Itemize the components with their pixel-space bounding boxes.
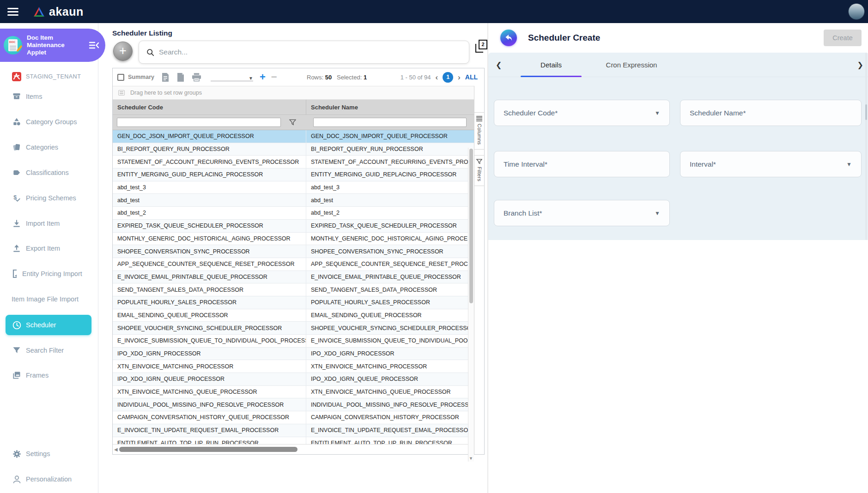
table-row[interactable]: SHOPEE_VOUCHER_SYNCING_SCHEDULER_PROCESS… xyxy=(113,322,474,335)
cell-scheduler-code[interactable]: GEN_DOC_JSON_IMPORT_QUEUE_PROCESSOR xyxy=(113,130,306,143)
cell-scheduler-name[interactable]: STATEMENT_OF_ACCOUNT_RECURRING_EVENTS_PR… xyxy=(306,156,468,168)
sidebar-item-import-item[interactable]: Import Item xyxy=(0,214,95,233)
cell-scheduler-name[interactable]: SEND_TANGENT_SALES_DATA_PROCESSOR xyxy=(306,283,468,296)
sidebar-item-staging-tenant[interactable]: STAGING_TENANT xyxy=(0,67,95,86)
table-row[interactable]: XTN_EINVOICE_MATCHING_QUEUE_PROCESSOR XT… xyxy=(113,386,474,399)
tabs-scroll-right-icon[interactable]: ❯ xyxy=(857,60,863,69)
applet-header[interactable]: DOC Doc Item Maintenance Applet xyxy=(0,29,105,62)
cell-scheduler-code[interactable]: ENTITLEMENT_AUTO_TOP_UP_RUN_PROCESSOR xyxy=(113,437,306,445)
cell-scheduler-name[interactable]: EMAIL_SENDING_QUEUE_PROCESSOR xyxy=(306,309,468,322)
dropdown-arrow-icon[interactable]: ▼ xyxy=(655,210,660,216)
cell-scheduler-name[interactable]: APP_SEQUENCE_COUNTER_SEQUENCE_RESET_PROC… xyxy=(306,258,468,271)
table-row[interactable]: EMAIL_SENDING_QUEUE_PROCESSOR EMAIL_SEND… xyxy=(113,309,474,322)
cell-scheduler-code[interactable]: XTN_EINVOICE_MATCHING_PROCESSOR xyxy=(113,360,306,373)
filter-input-scheduler-code[interactable] xyxy=(117,118,281,127)
cell-scheduler-code[interactable]: ENTITY_MERGING_GUID_REPLACING_PROCESSOR xyxy=(113,168,306,181)
sidebar-item-items[interactable]: Items xyxy=(0,87,95,106)
next-page-icon[interactable]: › xyxy=(458,73,461,81)
cell-scheduler-code[interactable]: SHOPEE_CONVERSATION_SYNC_PROCESSOR xyxy=(113,245,306,258)
table-row[interactable]: abd_test_2 abd_test_2 xyxy=(113,207,474,220)
cell-scheduler-name[interactable]: INDIVIDUAL_POOL_MISSING_INFO_RESOLVE_PRO… xyxy=(306,398,468,411)
scroll-down-icon[interactable]: ▼ xyxy=(469,456,473,461)
horizontal-scrollbar[interactable]: ◀ ▶ xyxy=(113,444,474,454)
horizontal-scroll-thumb[interactable] xyxy=(119,447,297,452)
table-row[interactable]: MONTHLY_GENERIC_DOC_HISTORICAL_AGING_PRO… xyxy=(113,233,474,246)
table-row[interactable]: XTN_EINVOICE_MATCHING_PROCESSOR XTN_EINV… xyxy=(113,360,474,373)
cell-scheduler-code[interactable]: EXPIRED_TASK_QUEUE_SCHEDULER_PROCESSOR xyxy=(113,220,306,232)
table-row[interactable]: abd_test abd_test xyxy=(113,194,474,207)
cell-scheduler-name[interactable]: GEN_DOC_JSON_IMPORT_QUEUE_PROCESSOR xyxy=(306,130,468,143)
collapse-menu-icon[interactable] xyxy=(89,41,100,49)
cell-scheduler-name[interactable]: EXPIRED_TASK_QUEUE_SCHEDULER_PROCESSOR xyxy=(306,220,468,232)
cell-scheduler-name[interactable]: E_INVOICE_SUBMISSION_QUEUE_TO_INDIVIDUAL… xyxy=(306,335,468,347)
table-row[interactable]: GEN_DOC_JSON_IMPORT_QUEUE_PROCESSOR GEN_… xyxy=(113,130,474,143)
column-header-scheduler-name[interactable]: Scheduler Name xyxy=(306,104,474,111)
cell-scheduler-code[interactable]: MONTHLY_GENERIC_DOC_HISTORICAL_AGING_PRO… xyxy=(113,233,306,245)
column-header-scheduler-code[interactable]: Scheduler Code xyxy=(113,100,306,114)
vertical-scrollbar[interactable]: ▼ xyxy=(468,148,474,462)
remove-column-icon[interactable]: − xyxy=(271,73,277,81)
sidebar-item-item-image-file-import[interactable]: Item Image File Import xyxy=(0,290,95,308)
search-input[interactable] xyxy=(159,48,461,56)
cell-scheduler-name[interactable]: MONTHLY_GENERIC_DOC_HISTORICAL_AGING_PRO… xyxy=(306,233,468,245)
cell-scheduler-name[interactable]: ENTITLEMENT_AUTO_TOP_UP_RUN_PROCESSOR xyxy=(306,437,468,445)
cell-scheduler-name[interactable]: E_INVOICE_EMAIL_PRINTABLE_QUEUE_PROCESSO… xyxy=(306,271,468,283)
cell-scheduler-name[interactable]: IPO_XDO_IGRN_QUEUE_PROCESSOR xyxy=(306,373,468,385)
table-row[interactable]: E_INVOICE_EMAIL_PRINTABLE_QUEUE_PROCESSO… xyxy=(113,271,474,284)
export-file-icon[interactable] xyxy=(161,72,170,82)
cell-scheduler-code[interactable]: abd_test_3 xyxy=(113,181,306,194)
panel-scrollbar[interactable] xyxy=(865,53,867,240)
table-row[interactable]: ENTITY_MERGING_GUID_REPLACING_PROCESSOR … xyxy=(113,168,474,181)
cell-scheduler-name[interactable]: abd_test_2 xyxy=(306,207,468,219)
table-row[interactable]: EXPIRED_TASK_QUEUE_SCHEDULER_PROCESSOR E… xyxy=(113,220,474,233)
menu-icon[interactable] xyxy=(7,6,18,18)
cell-scheduler-code[interactable]: STATEMENT_OF_ACCOUNT_RECURRING_EVENTS_PR… xyxy=(113,156,306,168)
sidebar-item-settings[interactable]: Settings xyxy=(0,445,95,463)
scheduler-code-field[interactable]: Scheduler Code* ▼ xyxy=(494,100,670,126)
cell-scheduler-code[interactable]: CAMPAIGN_CONVERSATION_HISTORY_QUEUE_PROC… xyxy=(113,411,306,424)
tab-columns[interactable]: Columns xyxy=(474,112,485,150)
table-row[interactable]: POPULATE_HOURLY_SALES_PROCESSOR POPULATE… xyxy=(113,296,474,309)
row-group-select[interactable]: ▼ xyxy=(211,73,253,81)
sidebar-item-categories[interactable]: Categories xyxy=(0,138,95,156)
scroll-left-icon[interactable]: ◀ xyxy=(114,447,118,452)
cell-scheduler-name[interactable]: E_INVOICE_TIN_UPDATE_REQUEST_EMAIL_PROCE… xyxy=(306,424,468,437)
cell-scheduler-code[interactable]: SHOPEE_VOUCHER_SYNCING_SCHEDULER_PROCESS… xyxy=(113,322,306,334)
multi-window-icon[interactable]: 2 xyxy=(475,40,487,53)
table-row[interactable]: APP_SEQUENCE_COUNTER_SEQUENCE_RESET_PROC… xyxy=(113,258,474,271)
table-row[interactable]: BI_REPORT_QUERY_RUN_PROCESSOR BI_REPORT_… xyxy=(113,143,474,156)
table-row[interactable]: abd_test_3 abd_test_3 xyxy=(113,181,474,194)
table-row[interactable]: SEND_TANGENT_SALES_DATA_PROCESSOR SEND_T… xyxy=(113,283,474,296)
filter-funnel-icon[interactable] xyxy=(289,119,296,126)
search-bar[interactable] xyxy=(139,41,469,64)
cell-scheduler-code[interactable]: E_INVOICE_SUBMISSION_QUEUE_TO_INDIVIDUAL… xyxy=(113,335,306,347)
table-row[interactable]: E_INVOICE_TIN_UPDATE_REQUEST_EMAIL_PROCE… xyxy=(113,424,474,437)
table-row[interactable]: INDIVIDUAL_POOL_MISSING_INFO_RESOLVE_PRO… xyxy=(113,398,474,411)
row-group-dropzone[interactable]: Drag here to set row groups xyxy=(113,86,474,100)
cell-scheduler-code[interactable]: IPO_XDO_IGRN_QUEUE_PROCESSOR xyxy=(113,373,306,385)
cell-scheduler-code[interactable]: APP_SEQUENCE_COUNTER_SEQUENCE_RESET_PROC… xyxy=(113,258,306,271)
scheduler-name-field[interactable]: Scheduler Name* xyxy=(680,100,862,126)
print-icon[interactable] xyxy=(192,72,201,82)
cell-scheduler-name[interactable]: IPO_XDO_IGRN_PROCESSOR xyxy=(306,348,468,360)
vertical-scroll-thumb[interactable] xyxy=(469,149,473,303)
sidebar-item-category-groups[interactable]: Category Groups xyxy=(0,113,95,131)
cell-scheduler-name[interactable]: ENTITY_MERGING_GUID_REPLACING_PROCESSOR xyxy=(306,168,468,181)
prev-page-icon[interactable]: ‹ xyxy=(435,73,438,81)
current-page-button[interactable]: 1 xyxy=(443,72,453,83)
show-all-button[interactable]: ALL xyxy=(465,73,478,81)
back-button[interactable] xyxy=(500,30,517,46)
sidebar-item-entity-pricing-import[interactable]: Entity Pricing Import xyxy=(0,265,95,283)
table-row[interactable]: IPO_XDO_IGRN_QUEUE_PROCESSOR IPO_XDO_IGR… xyxy=(113,373,474,386)
sidebar-item-pricing-schemes[interactable]: $ Pricing Schemes xyxy=(0,189,95,207)
table-row[interactable]: SHOPEE_CONVERSATION_SYNC_PROCESSOR SHOPE… xyxy=(113,245,474,258)
add-scheduler-button[interactable]: + xyxy=(113,42,133,61)
table-row[interactable]: STATEMENT_OF_ACCOUNT_RECURRING_EVENTS_PR… xyxy=(113,156,474,168)
cell-scheduler-code[interactable]: E_INVOICE_EMAIL_PRINTABLE_QUEUE_PROCESSO… xyxy=(113,271,306,283)
tab-cron-expression[interactable]: Cron Expression xyxy=(592,61,671,69)
add-column-icon[interactable]: + xyxy=(260,73,266,81)
cell-scheduler-code[interactable]: POPULATE_HOURLY_SALES_PROCESSOR xyxy=(113,296,306,309)
table-row[interactable]: ENTITLEMENT_AUTO_TOP_UP_RUN_PROCESSOR EN… xyxy=(113,437,474,445)
cell-scheduler-code[interactable]: EMAIL_SENDING_QUEUE_PROCESSOR xyxy=(113,309,306,322)
table-row[interactable]: E_INVOICE_SUBMISSION_QUEUE_TO_INDIVIDUAL… xyxy=(113,335,474,348)
